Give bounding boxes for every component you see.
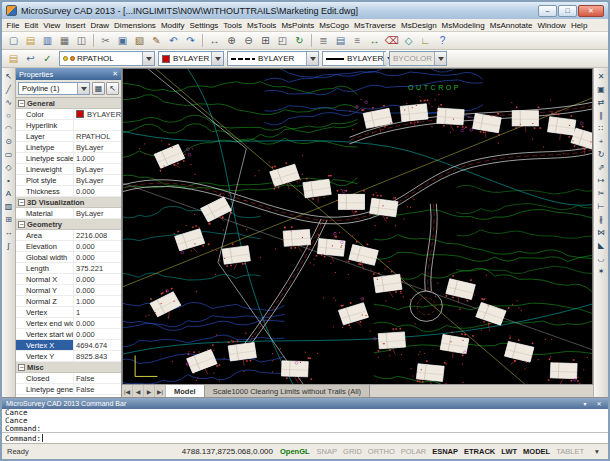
pan-icon[interactable]: ↔ [206, 33, 223, 49]
prop-group-misc[interactable]: −Misc [16, 362, 121, 373]
entity-selector-arrow-icon[interactable] [77, 83, 89, 94]
stretch-icon[interactable]: ↦ [595, 174, 607, 186]
layer-previous-icon[interactable]: ↩ [22, 51, 39, 67]
collapse-icon[interactable]: − [18, 221, 25, 228]
menu-mspoints[interactable]: MsPoints [279, 21, 317, 30]
menu-view[interactable]: View [41, 21, 63, 30]
color-combo[interactable]: BYLAYER [158, 51, 224, 66]
coordinates-display[interactable]: 4788.137,8725.068,0.000 [182, 447, 273, 456]
line-icon[interactable]: ╱ [3, 83, 15, 95]
erase-icon[interactable]: ✕ [595, 70, 607, 82]
tab-scale1000[interactable]: Scale1000 Clearing Limits without Trails… [205, 385, 370, 397]
ellipse-icon[interactable]: ⊙ [3, 135, 15, 147]
prop-row-color[interactable]: ColorBYLAYER [16, 109, 121, 120]
status-toggle-esnap[interactable]: ESNAP [432, 447, 458, 456]
properties-icon[interactable]: ≡ [349, 33, 366, 49]
menu-dimensions[interactable]: Dimensions [112, 21, 159, 30]
zoom-window-icon[interactable]: ⊞ [257, 33, 274, 49]
properties-panel-header[interactable]: Properties ✕ [16, 68, 121, 80]
prop-row-area[interactable]: Area2216.008 [16, 230, 121, 241]
insert-block-icon[interactable]: ⊞ [3, 213, 15, 225]
menu-tools[interactable]: Tools [221, 21, 245, 30]
polyline-icon[interactable]: ∿ [3, 96, 15, 108]
menu-modify[interactable]: Modify [158, 21, 187, 30]
command-bar-header[interactable]: MicroSurvey CAD 2013 Command Bar ▾ ✕ [2, 398, 608, 409]
cut-icon[interactable]: ✂ [97, 33, 114, 49]
lineweight-combo[interactable]: BYLAYER [322, 51, 386, 66]
menu-window[interactable]: Window [535, 21, 568, 30]
status-toggle-grid[interactable]: GRID [343, 447, 362, 456]
rotate-icon[interactable]: ↻ [595, 148, 607, 160]
prop-row-linetype-scale[interactable]: Linetype scale1.000 [16, 153, 121, 164]
command-bar-close-icon[interactable]: ✕ [594, 400, 604, 407]
array-icon[interactable]: ∷ [595, 122, 607, 134]
arc-icon[interactable]: ◠ [3, 122, 15, 134]
entity-selector[interactable]: Polyline (1) [18, 82, 90, 95]
maximize-button[interactable]: □ [558, 5, 577, 17]
prop-row-plot-style[interactable]: Plot styleByLayer [16, 175, 121, 186]
menu-msmodeling[interactable]: MsModeling [439, 21, 487, 30]
prop-row-vertex-x[interactable]: Vertex X4694.674 [16, 340, 121, 351]
fillet-icon[interactable]: ◡ [595, 252, 607, 264]
status-toggle-polar[interactable]: POLAR [401, 447, 426, 456]
prop-row-length[interactable]: Length375.221 [16, 263, 121, 274]
prop-row-normal-y[interactable]: Normal Y0.000 [16, 285, 121, 296]
point-icon[interactable]: • [3, 174, 15, 186]
command-input[interactable]: Command: [2, 432, 608, 443]
tab-nav-button[interactable]: |◀ [122, 385, 133, 397]
tab-model[interactable]: Model [166, 385, 205, 397]
trim-icon[interactable]: ✂ [595, 187, 607, 199]
layer-combo-arrow-icon[interactable] [142, 52, 154, 65]
zoom-extents-icon[interactable]: ◰ [274, 33, 291, 49]
prop-row-material[interactable]: MaterialByLayer [16, 208, 121, 219]
regen-icon[interactable]: ↻ [291, 33, 308, 49]
menu-mstools[interactable]: MsTools [245, 21, 279, 30]
status-toggle-model[interactable]: MODEL [523, 447, 550, 456]
command-bar-menu-icon[interactable]: ▾ [580, 400, 590, 407]
collapse-icon[interactable]: − [18, 100, 25, 107]
menu-edit[interactable]: Edit [22, 21, 41, 30]
title-bar[interactable]: MicroSurvey CAD 2013 - [...INGLIMITS\N0W… [2, 2, 608, 19]
status-toggle-lwt[interactable]: LWT [501, 447, 517, 456]
move-icon[interactable]: + [595, 135, 607, 147]
offset-icon[interactable]: ∥ [595, 109, 607, 121]
drawing-canvas[interactable]: OUTCROP [122, 68, 593, 384]
tab-nav-button[interactable]: ▶| [155, 385, 166, 397]
text-icon[interactable]: A [3, 187, 15, 199]
save-icon[interactable]: ▥ [39, 33, 56, 49]
rectangle-icon[interactable]: ▭ [3, 148, 15, 160]
menu-settings[interactable]: Settings [187, 21, 221, 30]
copy-icon[interactable]: ▣ [114, 33, 131, 49]
prop-row-thickness[interactable]: Thickness0.000 [16, 186, 121, 197]
linetype-combo[interactable]: BYLAYER [227, 51, 319, 66]
tab-nav-button[interactable]: ▶ [144, 385, 155, 397]
prop-row-vertex[interactable]: Vertex1 [16, 307, 121, 318]
status-toggle-etrack[interactable]: ETRACK [464, 447, 495, 456]
prop-row-normal-x[interactable]: Normal X0.000 [16, 274, 121, 285]
join-icon[interactable]: ⋈ [595, 226, 607, 238]
prop-row-lineweight[interactable]: LineweightByLayer [16, 164, 121, 175]
prop-row-closed[interactable]: ClosedFalse [16, 373, 121, 384]
open-folder-icon[interactable]: ▤ [22, 33, 39, 49]
print-icon[interactable]: ▦ [56, 33, 73, 49]
menu-insert[interactable]: Insert [63, 21, 88, 30]
hatch-icon[interactable]: ▨ [3, 200, 15, 212]
zoom-in-icon[interactable]: ⊕ [223, 33, 240, 49]
prop-row-normal-z[interactable]: Normal Z1.000 [16, 296, 121, 307]
menu-msdesign[interactable]: MsDesign [399, 21, 440, 30]
quick-select-icon[interactable]: ▦ [92, 82, 105, 95]
collapse-icon[interactable]: − [18, 199, 25, 206]
prop-row-vertex-end-width[interactable]: Vertex end width0.000 [16, 318, 121, 329]
ucs-icon[interactable]: ∟ [417, 33, 434, 49]
linetype-combo-arrow-icon[interactable] [306, 52, 318, 65]
command-history[interactable]: CanceCanceCommand: [2, 409, 608, 432]
prop-row-layer[interactable]: LayerRPATHOL [16, 131, 121, 142]
status-menu-icon[interactable]: ▾ [591, 447, 603, 456]
prop-group-3d-visualization[interactable]: −3D Visualization [16, 197, 121, 208]
prop-row-vertex-y[interactable]: Vertex Y8925.843 [16, 351, 121, 362]
distance-icon[interactable]: ↔ [366, 33, 383, 49]
explode-icon[interactable]: ✶ [595, 265, 607, 277]
prop-row-global-width[interactable]: Global width0.000 [16, 252, 121, 263]
prop-row-hyperlink[interactable]: Hyperlink [16, 120, 121, 131]
layer-combo[interactable]: RPATHOL [59, 51, 155, 66]
